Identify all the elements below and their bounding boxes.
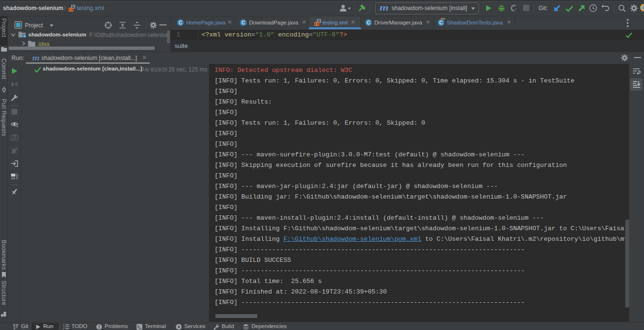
svg-text:9: 9 <box>15 82 18 87</box>
